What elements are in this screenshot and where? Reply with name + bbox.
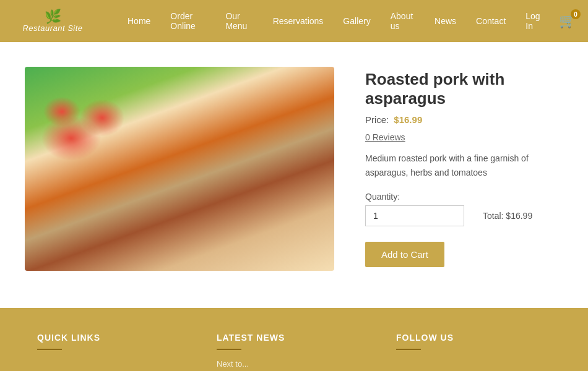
nav-login[interactable]: Log In [516, 0, 553, 42]
price-label: Price: [365, 114, 389, 125]
nav-gallery[interactable]: Gallery [333, 0, 380, 42]
cart-button[interactable]: 🛒 0 [559, 13, 576, 29]
footer-follow-us: FOLLOW US [384, 333, 563, 371]
footer-quick-links: QUICK LINKS [25, 333, 204, 371]
product-image-inner [25, 67, 334, 271]
reviews-link[interactable]: 0 Reviews [365, 132, 563, 142]
nav-about-us[interactable]: About us [381, 0, 425, 42]
site-footer: QUICK LINKS LATEST NEWS Next to... FOLLO… [0, 308, 588, 371]
nav-reservations[interactable]: Reservations [263, 0, 334, 42]
quantity-label: Quantity: [365, 192, 563, 202]
nav-order-online[interactable]: Order Online [160, 0, 215, 42]
price-value: $16.99 [394, 114, 422, 125]
nav-news[interactable]: News [425, 0, 466, 42]
price-row: Price: $16.99 [365, 114, 563, 125]
footer-latest-news-underline [217, 349, 241, 350]
logo[interactable]: 🌿 Restaurant Site [12, 10, 93, 33]
product-image [25, 67, 334, 271]
footer-news-link-0[interactable]: Next to... [217, 359, 371, 369]
footer-quick-links-underline [37, 349, 62, 350]
total-text: Total: $16.99 [483, 211, 532, 221]
cart-badge: 0 [571, 9, 581, 19]
footer-follow-us-underline [396, 349, 421, 350]
nav-home[interactable]: Home [118, 0, 160, 42]
product-details: Roasted pork with asparagus Price: $16.9… [365, 67, 563, 267]
product-description: Medium roasted pork with a fine garnish … [365, 151, 563, 179]
add-to-cart-button[interactable]: Add to Cart [365, 242, 444, 267]
nav-contact[interactable]: Contact [466, 0, 516, 42]
product-title: Roasted pork with asparagus [365, 70, 563, 108]
logo-text: Restaurant Site [22, 23, 82, 33]
quantity-input[interactable] [365, 205, 464, 226]
quantity-row: Total: $16.99 [365, 205, 563, 226]
footer-latest-news: LATEST NEWS Next to... [204, 333, 384, 371]
site-header: 🌿 Restaurant Site Home Order Online Our … [0, 0, 588, 42]
nav-our-menu[interactable]: Our Menu [215, 0, 262, 42]
footer-latest-news-heading: LATEST NEWS [217, 333, 371, 343]
footer-quick-links-heading: QUICK LINKS [37, 333, 192, 343]
main-nav: Home Order Online Our Menu Reservations … [118, 0, 553, 42]
footer-follow-us-heading: FOLLOW US [396, 333, 551, 343]
quantity-section: Quantity: Total: $16.99 [365, 192, 563, 226]
main-content: Roasted pork with asparagus Price: $16.9… [0, 42, 588, 308]
logo-icon: 🌿 [45, 10, 61, 23]
